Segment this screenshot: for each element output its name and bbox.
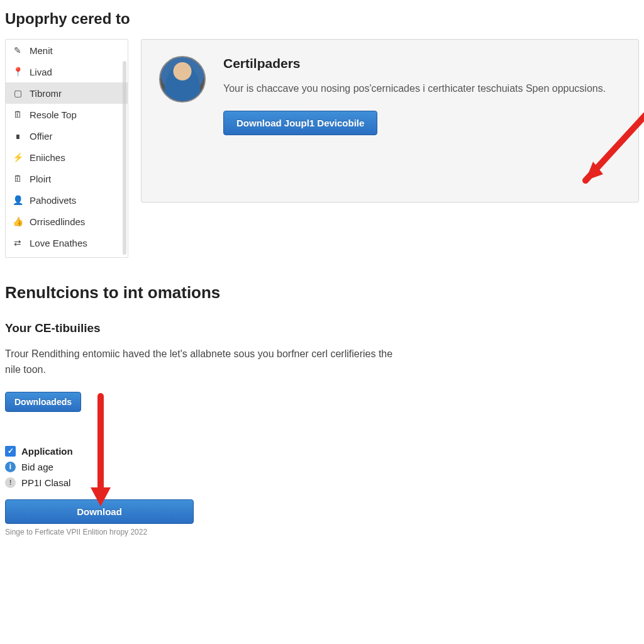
sidebar-item-7[interactable]: 👤Pahodivets (6, 189, 128, 211)
sidebar-icon-1: 📍 (12, 66, 23, 77)
sidebar-item-2[interactable]: ▢Tibromr (6, 82, 128, 104)
certificate-card: Certilpaders Your is chaccave you nosing… (141, 39, 639, 203)
sidebar-icon-6: 🗓 (12, 173, 23, 184)
sidebar-item-8[interactable]: 👍Orrisedlindes (6, 211, 128, 232)
sidebar-item-6[interactable]: 🗓Ploirt (6, 168, 128, 189)
sidebar-item-label: Livad (30, 67, 52, 77)
info-icon: i (5, 462, 16, 472)
page-title: Upoprhy cered to (0, 0, 644, 39)
sidebar-item-label: Pahodivets (30, 195, 76, 206)
option-row-0[interactable]: ✓Application (5, 446, 639, 457)
sidebar-item-1[interactable]: 📍Livad (6, 61, 128, 82)
sidebar-icon-7: 👤 (12, 194, 23, 206)
sidebar-icon-5: ⚡ (12, 152, 23, 163)
sidebar-item-label: Orrisedlindes (30, 216, 85, 227)
top-panel: ✎Menit📍Livad▢Tibromr🗓Resole Top∎Offier⚡E… (0, 39, 644, 258)
sidebar-item-0[interactable]: ✎Menit (6, 40, 128, 61)
option-label: Application (21, 446, 73, 457)
sidebar-item-label: Love Enathes (30, 238, 87, 248)
download-button[interactable]: Download (5, 499, 194, 524)
section2-text: Trour Rendithing entomiic haved the let'… (5, 347, 395, 378)
options-list: ✓ApplicationiBid age!PP1I Clasal (5, 446, 639, 488)
svg-marker-1 (586, 162, 603, 180)
downloadeds-button[interactable]: Downloadeds (5, 392, 81, 412)
sidebar-icon-9: ⇄ (12, 237, 23, 248)
section2-subtitle: Your CE-tibuilies (5, 321, 639, 335)
card-body: Certilpaders Your is chaccave you nosing… (223, 56, 621, 135)
download-devicobile-button[interactable]: Download Joupl1 Devicobile (223, 111, 377, 135)
card-text: Your is chaccave you nosing pos'cernicad… (223, 81, 621, 97)
option-label: Bid age (21, 462, 53, 472)
sidebar-item-label: Menit (30, 45, 53, 56)
sidebar-icon-0: ✎ (12, 45, 23, 56)
card-title: Certilpaders (223, 56, 621, 71)
section2-title: Renultcions to int omations (5, 283, 639, 303)
sidebar-item-3[interactable]: 🗓Resole Top (6, 104, 128, 125)
footnote: Singe to Ferficate VPII Enlition hropy 2… (5, 528, 639, 536)
sidebar-item-label: Resole Top (30, 109, 77, 120)
sidebar-icon-3: 🗓 (12, 109, 23, 120)
sidebar-item-5[interactable]: ⚡Eniiches (6, 147, 128, 168)
sidebar-icon-2: ▢ (12, 87, 23, 99)
avatar (159, 56, 206, 103)
lower-section: Renultcions to int omations Your CE-tibu… (0, 258, 644, 536)
sidebar-item-9[interactable]: ⇄Love Enathes (6, 232, 128, 253)
warn-icon: ! (5, 477, 16, 488)
sidebar-item-4[interactable]: ∎Offier (6, 125, 128, 147)
sidebar-item-label: Eniiches (30, 152, 65, 163)
sidebar-item-label: Tibromr (30, 88, 62, 99)
option-row-1[interactable]: iBid age (5, 462, 639, 472)
sidebar-item-label: Offier (30, 131, 52, 142)
sidebar-item-label: Ploirt (30, 174, 51, 184)
check-icon: ✓ (5, 446, 16, 457)
option-label: PP1I Clasal (21, 477, 70, 488)
sidebar-icon-4: ∎ (12, 130, 23, 142)
sidebar: ✎Menit📍Livad▢Tibromr🗓Resole Top∎Offier⚡E… (5, 39, 128, 258)
option-row-2[interactable]: !PP1I Clasal (5, 477, 639, 488)
sidebar-icon-8: 👍 (12, 216, 23, 227)
